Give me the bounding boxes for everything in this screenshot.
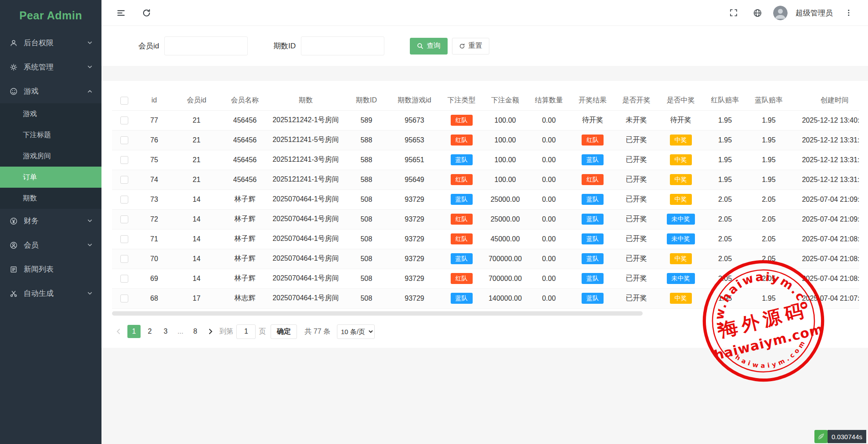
cell-period: 2025121241-1号房间 xyxy=(268,170,343,189)
cell-bet_amount: 100.00 xyxy=(484,110,527,130)
cell-member_name: 456456 xyxy=(221,130,268,150)
cell-member_name: 林子辉 xyxy=(221,209,268,229)
cell-created: 2025-07-04 21:08:50 xyxy=(790,269,859,288)
confirm-page-button[interactable]: 确定 xyxy=(271,324,297,339)
cell-period: 2025070464-1号房间 xyxy=(268,229,343,249)
page-size-select[interactable]: 10 条/页 xyxy=(337,324,375,339)
page-unit-label: 页 xyxy=(259,327,266,336)
table-row: 76214564562025121241-5号房间58895653红队100.0… xyxy=(112,130,859,150)
cell-member_id: 17 xyxy=(172,288,221,308)
cell-result: 待开奖 xyxy=(571,110,614,130)
smiley-icon xyxy=(9,87,18,95)
sidebar-item[interactable]: 新闻列表 xyxy=(0,257,101,281)
cell-blue_odds: 2.05 xyxy=(747,189,790,209)
row-checkbox[interactable] xyxy=(120,255,128,263)
sidebar-item[interactable]: 系统管理 xyxy=(0,55,101,79)
cell-is_win: 未中奖 xyxy=(658,209,703,229)
result-badge: 蓝队 xyxy=(582,194,604,205)
cell-created: 2025-07-04 21:08:50 xyxy=(790,249,859,269)
cell-member_id: 14 xyxy=(172,229,221,249)
result-badge: 蓝队 xyxy=(582,293,604,304)
cell-blue_odds: 2.05 xyxy=(747,269,790,288)
cell-result: 蓝队 xyxy=(571,269,614,288)
query-button[interactable]: 查询 xyxy=(410,38,448,55)
sidebar-subitem[interactable]: 游戏房间 xyxy=(0,146,101,167)
cell-id: 68 xyxy=(137,288,172,308)
cell-bet_type: 红队 xyxy=(439,209,484,229)
cell-created: 2025-12-12 13:31:08 xyxy=(790,130,859,150)
row-checkbox[interactable] xyxy=(120,116,128,124)
cell-created: 2025-12-12 13:31:00 xyxy=(790,170,859,189)
goto-page-input[interactable] xyxy=(236,324,256,339)
sidebar-subitem[interactable]: 期数 xyxy=(0,188,101,209)
member-id-input[interactable] xyxy=(164,36,248,55)
bet_type-badge: 蓝队 xyxy=(451,154,473,166)
checkbox-cell xyxy=(112,229,137,249)
cell-settle_qty: 0.00 xyxy=(527,130,571,150)
period-id-input[interactable] xyxy=(301,36,384,55)
cell-period_game_id: 95653 xyxy=(390,130,439,150)
row-checkbox[interactable] xyxy=(120,136,128,144)
sidebar-item-label: 游戏 xyxy=(24,86,39,96)
user-avatar[interactable] xyxy=(773,6,788,20)
select-all-header xyxy=(112,91,137,110)
select-all-checkbox[interactable] xyxy=(120,97,128,105)
row-checkbox[interactable] xyxy=(120,275,128,283)
row-checkbox[interactable] xyxy=(120,295,128,302)
cell-is_drawn: 已开奖 xyxy=(614,150,658,170)
cell-member_name: 林子辉 xyxy=(221,229,268,249)
cell-member_name: 456456 xyxy=(221,110,268,130)
reset-button[interactable]: 重置 xyxy=(452,38,489,55)
column-header: 蓝队赔率 xyxy=(747,91,790,110)
cell-bet_amount: 100.00 xyxy=(484,130,527,150)
cell-result: 蓝队 xyxy=(571,189,614,209)
page-button[interactable]: 2 xyxy=(143,325,156,338)
sidebar-subitem[interactable]: 下注标题 xyxy=(0,124,101,146)
row-checkbox[interactable] xyxy=(120,176,128,184)
sidebar-item[interactable]: 会员 xyxy=(0,233,101,257)
cell-created: 2025-12-12 13:31:06 xyxy=(790,150,859,170)
cell-period: 2025070464-1号房间 xyxy=(268,288,343,308)
bet_type-badge: 红队 xyxy=(451,115,473,126)
performance-indicator: 0.030744s xyxy=(814,430,866,443)
cell-settle_qty: 0.00 xyxy=(527,189,571,209)
page-button[interactable]: 3 xyxy=(159,325,172,338)
cell-period_game_id: 93729 xyxy=(390,189,439,209)
horizontal-scrollbar[interactable] xyxy=(112,311,859,316)
sidebar-item[interactable]: 后台权限 xyxy=(0,31,101,55)
cell-bet_amount: 100.00 xyxy=(484,170,527,189)
is_win-badge: 中奖 xyxy=(670,154,692,166)
cell-settle_qty: 0.00 xyxy=(527,288,571,308)
sidebar-item[interactable]: 财务 xyxy=(0,209,101,233)
username[interactable]: 超级管理员 xyxy=(796,8,833,18)
table-scroll-container[interactable]: id会员id会员名称期数期数ID期数游戏id下注类型下注金额结算数量开奖结果是否… xyxy=(112,91,859,309)
scrollbar-thumb[interactable] xyxy=(112,311,643,316)
sidebar-item[interactable]: 游戏 xyxy=(0,79,101,103)
more-icon[interactable] xyxy=(841,5,857,21)
globe-icon[interactable] xyxy=(749,5,765,21)
fullscreen-icon[interactable] xyxy=(726,5,741,21)
prev-page-icon[interactable] xyxy=(113,325,124,338)
sidebar-subitem[interactable]: 订单 xyxy=(0,167,101,188)
row-checkbox[interactable] xyxy=(120,196,128,204)
is_win-badge: 未中奖 xyxy=(667,273,695,284)
table-row: 74214564562025121241-1号房间58895649红队100.0… xyxy=(112,170,859,189)
sidebar-menu: 后台权限系统管理游戏游戏下注标题游戏房间订单期数财务会员新闻列表自动生成 xyxy=(0,31,101,306)
row-checkbox[interactable] xyxy=(120,215,128,223)
cell-red_odds: 2.05 xyxy=(703,229,747,249)
cell-settle_qty: 0.00 xyxy=(527,269,571,288)
menu-toggle-icon[interactable] xyxy=(113,5,129,21)
refresh-icon[interactable] xyxy=(138,5,154,21)
checkbox-cell xyxy=(112,130,137,150)
sidebar-item[interactable]: 自动生成 xyxy=(0,281,101,306)
row-checkbox[interactable] xyxy=(120,156,128,164)
page-button[interactable]: 1 xyxy=(127,325,141,338)
cell-is_drawn: 已开奖 xyxy=(614,130,658,150)
cell-period_game_id: 93729 xyxy=(390,249,439,269)
column-header: 开奖结果 xyxy=(571,91,614,110)
next-page-icon[interactable] xyxy=(205,325,216,338)
page-button[interactable]: 8 xyxy=(188,325,202,338)
sidebar-submenu: 游戏下注标题游戏房间订单期数 xyxy=(0,103,101,209)
row-checkbox[interactable] xyxy=(120,235,128,243)
sidebar-subitem[interactable]: 游戏 xyxy=(0,103,101,124)
